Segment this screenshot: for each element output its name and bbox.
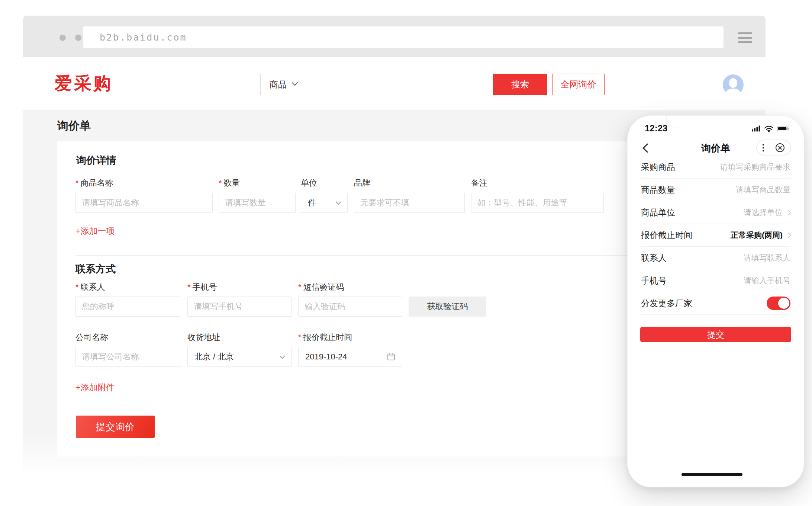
field-label-address: 收货地址 xyxy=(187,332,220,343)
company-input[interactable] xyxy=(75,347,181,367)
brand-input[interactable] xyxy=(354,193,465,213)
distribute-toggle[interactable] xyxy=(767,297,790,310)
list-item-product[interactable]: 采购商品 请填写采购商品要求 xyxy=(641,156,790,179)
deadline-date-picker[interactable]: 2019-10-24 xyxy=(298,347,402,367)
search-category-select[interactable]: 商品 xyxy=(270,79,287,90)
phone-mockup: 12:23 询价单 xyxy=(627,115,804,487)
field-label-quantity: *数量 xyxy=(219,177,240,189)
status-bar-time: 12:23 xyxy=(645,123,667,134)
field-label-note: 备注 xyxy=(471,177,487,189)
field-label-contact: *联系人 xyxy=(75,282,105,293)
submit-inquiry-button[interactable]: 提交询价 xyxy=(76,416,155,438)
chevron-down-icon xyxy=(280,353,286,359)
list-item-quantity[interactable]: 商品数量 请填写商品数量 xyxy=(641,179,790,201)
required-asterisk: * xyxy=(75,178,79,188)
unit-select[interactable]: 件 xyxy=(301,193,348,213)
miniprogram-capsule xyxy=(756,140,791,156)
browser-menu-icon[interactable] xyxy=(738,32,752,43)
phone-form-list: 采购商品 请填写采购商品要求 商品数量 请填写商品数量 商品单位 请选择单位 报… xyxy=(641,156,790,315)
phone-nav-bar: 询价单 xyxy=(628,139,804,157)
network-inquiry-button[interactable]: 全网询价 xyxy=(552,74,605,95)
deadline-date-value: 2019-10-24 xyxy=(305,352,347,362)
search-input[interactable]: 商品 xyxy=(260,74,493,95)
list-item-distribute: 分发更多厂家 xyxy=(641,292,790,315)
status-bar-icons xyxy=(752,125,789,132)
required-asterisk: * xyxy=(298,282,302,292)
field-label-sms-code: *短信验证码 xyxy=(298,282,344,293)
get-captcha-button[interactable]: 获取验证码 xyxy=(409,297,486,317)
chevron-down-icon xyxy=(292,80,298,86)
field-label-product-name: *商品名称 xyxy=(75,177,113,189)
user-avatar[interactable] xyxy=(723,74,744,95)
required-asterisk: * xyxy=(75,282,79,292)
url-bar[interactable]: b2b.baidu.com xyxy=(83,26,724,48)
site-logo[interactable]: 爱采购 xyxy=(55,70,113,97)
site-header: 爱采购 商品 搜索 全网询价 xyxy=(23,57,766,110)
person-icon xyxy=(723,74,744,95)
field-label-deadline: *报价截止时间 xyxy=(298,332,352,343)
field-label-phone: *手机号 xyxy=(187,282,217,293)
signal-icon xyxy=(752,125,761,132)
list-item-deadline[interactable]: 报价截止时间 正常采购(两周) xyxy=(641,224,790,247)
home-indicator[interactable] xyxy=(682,473,742,476)
list-item-phone[interactable]: 手机号 请输入手机号 xyxy=(641,269,790,292)
field-label-unit: 单位 xyxy=(301,177,317,189)
screenshot-stage: b2b.baidu.com 爱采购 商品 搜索 全网询价 询价单 询价详情 *商… xyxy=(0,0,812,506)
battery-icon xyxy=(777,126,789,132)
contact-input[interactable] xyxy=(75,297,181,317)
add-attachment-link[interactable]: +添加附件 xyxy=(75,382,115,393)
close-circle-icon[interactable] xyxy=(774,142,786,153)
calendar-icon xyxy=(387,353,395,361)
section-title-contact: 联系方式 xyxy=(75,262,116,276)
product-name-input[interactable] xyxy=(75,193,213,213)
capsule-divider xyxy=(770,144,770,152)
toggle-knob xyxy=(778,298,789,309)
search-bar: 商品 搜索 全网询价 xyxy=(260,74,605,95)
note-input[interactable] xyxy=(471,193,604,213)
address-select[interactable]: 北京 / 北京 xyxy=(187,347,291,367)
add-item-link[interactable]: +添加一项 xyxy=(75,225,115,237)
chevron-down-icon xyxy=(336,199,342,205)
required-asterisk: * xyxy=(219,178,222,188)
browser-chrome: b2b.baidu.com xyxy=(23,16,766,57)
required-asterisk: * xyxy=(187,282,191,292)
sms-code-input[interactable] xyxy=(298,297,402,317)
required-asterisk: * xyxy=(298,333,302,342)
address-select-value: 北京 / 北京 xyxy=(194,351,234,362)
phone-input[interactable] xyxy=(187,297,291,317)
field-label-brand: 品牌 xyxy=(354,177,370,189)
phone-submit-button[interactable]: 提交 xyxy=(640,327,791,342)
quantity-input[interactable] xyxy=(219,193,296,213)
list-item-unit[interactable]: 商品单位 请选择单位 xyxy=(641,201,790,224)
search-button[interactable]: 搜索 xyxy=(493,74,547,95)
field-label-company: 公司名称 xyxy=(75,332,108,343)
url-text: b2b.baidu.com xyxy=(100,32,187,43)
more-menu-icon[interactable] xyxy=(762,144,765,152)
page-title: 询价单 xyxy=(57,118,91,134)
list-item-contact[interactable]: 联系人 请填写联系人 xyxy=(641,247,790,269)
unit-select-value: 件 xyxy=(308,197,316,208)
section-title-detail: 询价详情 xyxy=(76,154,116,167)
wifi-icon xyxy=(764,125,774,132)
chevron-right-icon xyxy=(786,232,792,238)
chevron-right-icon xyxy=(786,209,792,215)
